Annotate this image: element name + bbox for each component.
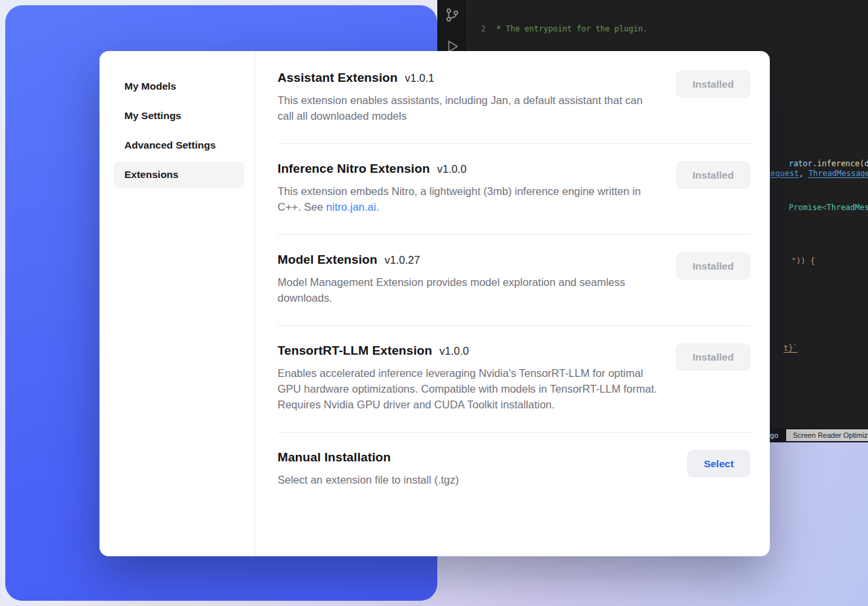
code-line: 2 * The entrypoint for the plugin. xyxy=(467,24,868,35)
extension-row-assistant: Assistant Extension v1.0.1 This extensio… xyxy=(278,60,750,144)
settings-sidebar: My Models My Settings Advanced Settings … xyxy=(99,51,255,556)
installed-button[interactable]: Installed xyxy=(676,253,750,279)
manual-installation-description: Select an extension file to install (.tg… xyxy=(278,472,459,488)
extension-version: v1.0.27 xyxy=(384,254,420,266)
extension-description: Model Management Extension provides mode… xyxy=(278,274,659,306)
code-fragment-promise: Promise<ThreadMessage> xyxy=(770,194,868,221)
extension-description: Enables accelerated inference leveraging… xyxy=(278,365,659,412)
code-comment: * The entrypoint for the plugin. xyxy=(496,24,647,35)
extension-row-tensorrt-llm: TensortRT-LLM Extension v1.0.0 Enables a… xyxy=(278,326,750,433)
extensions-list: Assistant Extension v1.0.1 This extensio… xyxy=(255,51,770,556)
installed-button[interactable]: Installed xyxy=(676,71,750,98)
status-bar-text: go xyxy=(770,431,778,440)
extension-version: v1.0.0 xyxy=(437,163,467,175)
extension-version: v1.0.1 xyxy=(405,72,435,84)
extension-description: This extension embeds Nitro, a lightweig… xyxy=(278,183,659,215)
extension-name: Model Extension xyxy=(278,253,377,267)
extension-name: TensortRT-LLM Extension xyxy=(278,344,432,358)
line-number: 2 xyxy=(467,24,486,35)
extension-description: This extension enables assistants, inclu… xyxy=(278,92,659,124)
sidebar-item-my-models[interactable]: My Models xyxy=(114,73,244,99)
sidebar-item-advanced-settings[interactable]: Advanced Settings xyxy=(114,132,244,158)
select-file-button[interactable]: Select xyxy=(687,450,750,477)
sidebar-item-my-settings[interactable]: My Settings xyxy=(114,103,244,129)
settings-modal: My Models My Settings Advanced Settings … xyxy=(99,51,770,556)
manual-installation-title: Manual Installation xyxy=(278,450,391,465)
screen-reader-status-chip[interactable]: Screen Reader Optimize xyxy=(786,429,868,441)
code-fragment-inference: rator.inference(data)); xyxy=(770,150,868,177)
code-fragment-string: ")) { xyxy=(772,247,815,275)
extension-name: Inference Nitro Extension xyxy=(278,162,430,176)
manual-installation-row: Manual Installation Select an extension … xyxy=(278,433,750,507)
extension-row-model: Model Extension v1.0.27 Model Management… xyxy=(278,235,750,326)
extension-row-inference-nitro: Inference Nitro Extension v1.0.0 This ex… xyxy=(278,144,750,235)
sidebar-item-extensions[interactable]: Extensions xyxy=(114,162,244,188)
extension-version: v1.0.0 xyxy=(439,345,469,357)
installed-button[interactable]: Installed xyxy=(676,162,750,188)
nitro-jan-ai-link[interactable]: nitro.jan.ai. xyxy=(326,201,379,213)
source-control-icon[interactable] xyxy=(444,7,461,24)
extension-name: Assistant Extension xyxy=(278,71,398,85)
installed-button[interactable]: Installed xyxy=(676,344,750,370)
